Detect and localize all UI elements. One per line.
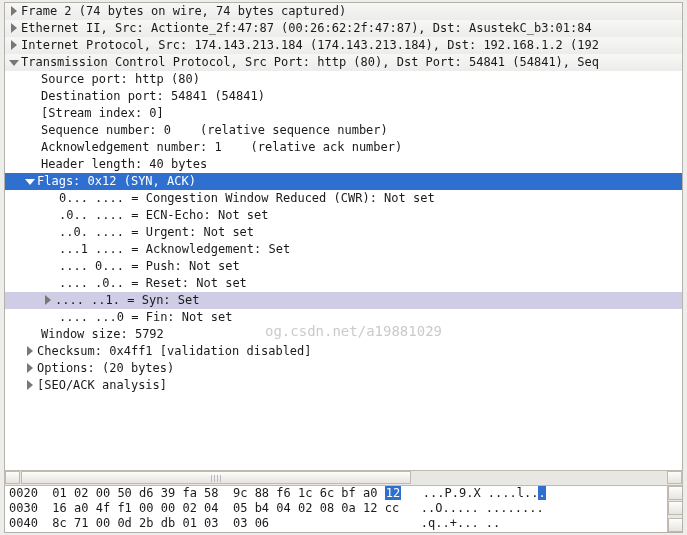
field-seq-ack-analysis[interactable]: [SEO/ACK analysis] xyxy=(5,377,682,394)
flag-urg[interactable]: ..0. .... = Urgent: Not set xyxy=(5,224,682,241)
scroll-right-button[interactable] xyxy=(667,471,682,484)
collapse-icon[interactable] xyxy=(9,60,19,66)
hex-row-0030[interactable]: 0030 16 a0 4f f1 00 00 02 04 05 b4 04 02… xyxy=(5,501,682,516)
field-window-size[interactable]: Window size: 5792 xyxy=(5,326,682,343)
scroll-left-button[interactable] xyxy=(5,471,20,484)
label-eth: Ethernet II, Src: Actionte_2f:47:87 (00:… xyxy=(21,21,592,35)
expand-icon[interactable] xyxy=(45,295,51,305)
tree-tcp[interactable]: Transmission Control Protocol, Src Port:… xyxy=(5,54,682,71)
field-seq-number[interactable]: Sequence number: 0 (relative sequence nu… xyxy=(5,122,682,139)
flag-fin[interactable]: .... ...0 = Fin: Not set xyxy=(5,309,682,326)
expand-icon[interactable] xyxy=(27,346,33,356)
label-tcp: Transmission Control Protocol, Src Port:… xyxy=(21,55,599,69)
flag-ecn[interactable]: .0.. .... = ECN-Echo: Not set xyxy=(5,207,682,224)
field-src-port[interactable]: Source port: http (80) xyxy=(5,71,682,88)
tree-ethernet[interactable]: Ethernet II, Src: Actionte_2f:47:87 (00:… xyxy=(5,20,682,37)
flag-syn[interactable]: .... ..1. = Syn: Set xyxy=(5,292,682,309)
scroll-down-button[interactable] xyxy=(668,518,683,532)
expand-icon[interactable] xyxy=(11,40,17,50)
label-flags: Flags: 0x12 (SYN, ACK) xyxy=(37,174,196,188)
field-header-length[interactable]: Header length: 40 bytes xyxy=(5,156,682,173)
field-flags[interactable]: Flags: 0x12 (SYN, ACK) xyxy=(5,173,682,190)
flag-ack[interactable]: ...1 .... = Acknowledgement: Set xyxy=(5,241,682,258)
flag-rst[interactable]: .... .0.. = Reset: Not set xyxy=(5,275,682,292)
hexdump-pane[interactable]: 0020 01 02 00 50 d6 39 fa 58 9c 88 f6 1c… xyxy=(4,485,683,533)
hexdump-vertical-scrollbar[interactable] xyxy=(667,486,683,532)
field-dst-port[interactable]: Destination port: 54841 (54841) xyxy=(5,88,682,105)
tree-frame[interactable]: Frame 2 (74 bytes on wire, 74 bytes capt… xyxy=(5,3,682,20)
flag-cwr[interactable]: 0... .... = Congestion Window Reduced (C… xyxy=(5,190,682,207)
scroll-thumb[interactable] xyxy=(668,501,683,515)
collapse-icon[interactable] xyxy=(25,179,35,185)
highlighted-byte: 12 xyxy=(385,486,401,500)
tree-ip[interactable]: Internet Protocol, Src: 174.143.213.184 … xyxy=(5,37,682,54)
label-ip: Internet Protocol, Src: 174.143.213.184 … xyxy=(21,38,599,52)
scroll-thumb[interactable] xyxy=(21,471,411,484)
expand-icon[interactable] xyxy=(11,23,17,33)
flag-psh[interactable]: .... 0... = Push: Not set xyxy=(5,258,682,275)
scroll-up-button[interactable] xyxy=(668,486,683,500)
highlighted-ascii: . xyxy=(538,486,545,500)
expand-icon[interactable] xyxy=(11,6,17,16)
expand-icon[interactable] xyxy=(27,363,33,373)
hex-row-0040[interactable]: 0040 8c 71 00 0d 2b db 01 03 03 06 .q..+… xyxy=(5,516,682,531)
field-stream-index[interactable]: [Stream index: 0] xyxy=(5,105,682,122)
field-checksum[interactable]: Checksum: 0x4ff1 [validation disabled] xyxy=(5,343,682,360)
hex-row-0020[interactable]: 0020 01 02 00 50 d6 39 fa 58 9c 88 f6 1c… xyxy=(5,486,682,501)
field-ack-number[interactable]: Acknowledgement number: 1 (relative ack … xyxy=(5,139,682,156)
grip-icon xyxy=(211,475,221,482)
label-frame: Frame 2 (74 bytes on wire, 74 bytes capt… xyxy=(21,4,346,18)
field-options[interactable]: Options: (20 bytes) xyxy=(5,360,682,377)
expand-icon[interactable] xyxy=(27,380,33,390)
packet-details-tree[interactable]: Frame 2 (74 bytes on wire, 74 bytes capt… xyxy=(4,2,683,484)
